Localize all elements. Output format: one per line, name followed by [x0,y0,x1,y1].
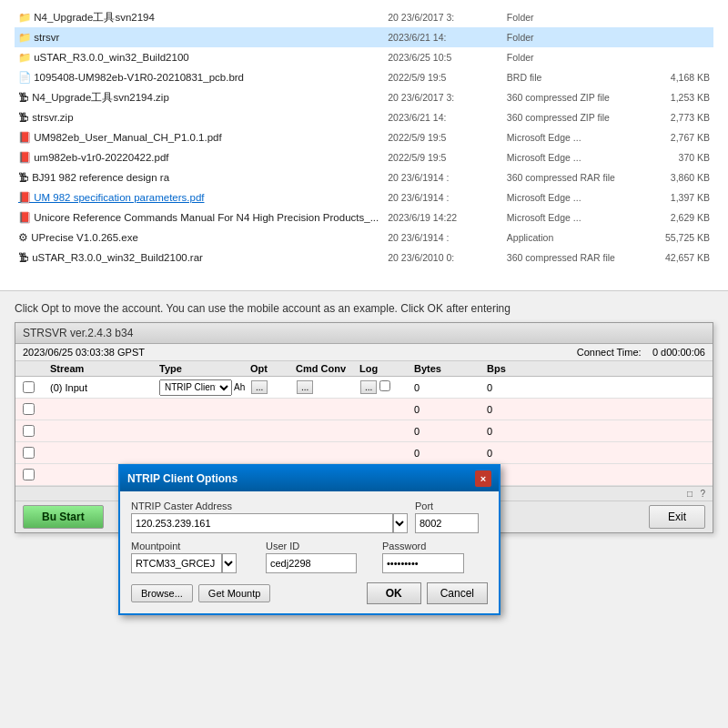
connect-label: Connect Time: [577,347,642,358]
dialog-right-buttons: OK Cancel [367,582,488,604]
ok-button[interactable]: OK [367,582,421,604]
address-input[interactable] [131,513,393,533]
strsvr-row-2: 0 0 [15,420,713,442]
ntrip-dialog: NTRIP Client Options × NTRIP Caster Addr… [118,464,500,615]
dialog-title: NTRIP Client Options [127,472,238,485]
row1-bps: 0 [487,404,541,415]
strsvr-title: STRSVR ver.2.4.3 b34 [23,327,133,339]
get-mountp-button[interactable]: Get Mountp [198,584,270,602]
strsvr-statusbar: 2023/06/25 03:03:38 GPST Connect Time: 0… [15,344,713,361]
row0-opt-btn[interactable]: ... [251,380,268,394]
dialog-titlebar: NTRIP Client Options × [120,466,499,491]
row2-checkbox[interactable] [23,425,35,437]
col-log: Log [359,363,414,374]
dialog-address-row: NTRIP Caster Address Port [131,500,488,533]
mount-row: Mountpoint User ID Password [131,541,488,573]
row2-bytes: 0 [414,426,487,437]
row0-cmd: ... [296,380,359,394]
col-opt: Opt [250,363,296,374]
port-field-group: Port [415,500,488,533]
row4-checkbox[interactable] [23,469,35,480]
row0-type: NTRIP Client Ah [159,379,250,396]
col-bps: Bps [487,363,541,374]
row1-checkbox[interactable] [23,403,35,415]
password-label: Password [382,541,488,551]
browse-button[interactable]: Browse... [131,584,193,602]
row0-bytes: 0 [414,382,487,393]
row0-log-btn[interactable]: ... [360,380,377,394]
strsvr-row-0: (0) Input NTRIP Client Ah ... ... ... 0 … [15,377,713,399]
mountpoint-input[interactable] [131,553,222,573]
instruction-label: Click Opt to move the account. You can u… [15,302,511,315]
instruction-text: Click Opt to move the account. You can u… [0,291,728,322]
row0-label: (0) Input [50,382,159,393]
strsvr-row-1: 0 0 [15,399,713,420]
dialog-buttons: Browse... Get Mountp OK Cancel [131,582,488,604]
file-list-section: 📁 N4_Upgrade工具svn219420 23/6/2017 3:Fold… [0,0,728,291]
row0-type-select[interactable]: NTRIP Client [159,379,232,396]
strsvr-table-header: Stream Type Opt Cmd Conv Log Bytes Bps [15,361,713,377]
connect-time: 0 d00:00:06 [652,347,705,358]
dialog-body: NTRIP Caster Address Port Mountpoint [120,491,499,613]
row0-log-check[interactable] [379,380,390,391]
port-label: Port [415,500,488,511]
password-input[interactable] [382,553,464,573]
col-bytes: Bytes [414,363,487,374]
address-field-group: NTRIP Caster Address [131,500,408,533]
row0-bps: 0 [487,382,541,393]
col-stream: Stream [50,363,159,374]
row2-bps: 0 [487,426,541,437]
strsvr-datetime: 2023/06/25 03:03:38 GPST [23,347,145,358]
password-group: Password [382,541,488,573]
strsvr-status-icons: □ ? [687,489,705,499]
port-input[interactable] [415,513,479,533]
strsvr-connect: Connect Time: 0 d00:00:06 [577,347,705,358]
row0-log: ... [359,380,414,394]
mountpoint-dropdown[interactable] [222,553,237,573]
strsvr-titlebar: STRSVR ver.2.4.3 b34 [15,323,713,344]
dialog-close-button[interactable]: × [475,470,491,487]
col-cmd-conv: Cmd Conv [296,363,359,374]
file-table: 📁 N4_Upgrade工具svn219420 23/6/2017 3:Fold… [15,7,713,268]
row3-bytes: 0 [414,448,487,459]
col-type: Type [159,363,250,374]
strsvr-row-3: 0 0 [15,442,713,464]
row0-opt: ... [250,380,296,394]
row0-checkbox[interactable] [23,381,35,393]
address-dropdown[interactable] [393,513,408,533]
userid-label: User ID [266,541,375,551]
cancel-button[interactable]: Cancel [427,582,488,604]
mountpoint-label: Mountpoint [131,541,258,551]
row3-checkbox[interactable] [23,447,35,459]
start-button[interactable]: Bu Start [23,505,104,529]
row0-cmd-btn[interactable]: ... [297,380,313,394]
userid-group: User ID [266,541,375,573]
address-label: NTRIP Caster Address [131,500,408,511]
mountpoint-group: Mountpoint [131,541,258,573]
exit-button[interactable]: Exit [649,505,705,529]
dialog-left-buttons: Browse... Get Mountp [131,584,270,602]
userid-input[interactable] [266,553,357,573]
row1-bytes: 0 [414,404,487,415]
row3-bps: 0 [487,448,541,459]
